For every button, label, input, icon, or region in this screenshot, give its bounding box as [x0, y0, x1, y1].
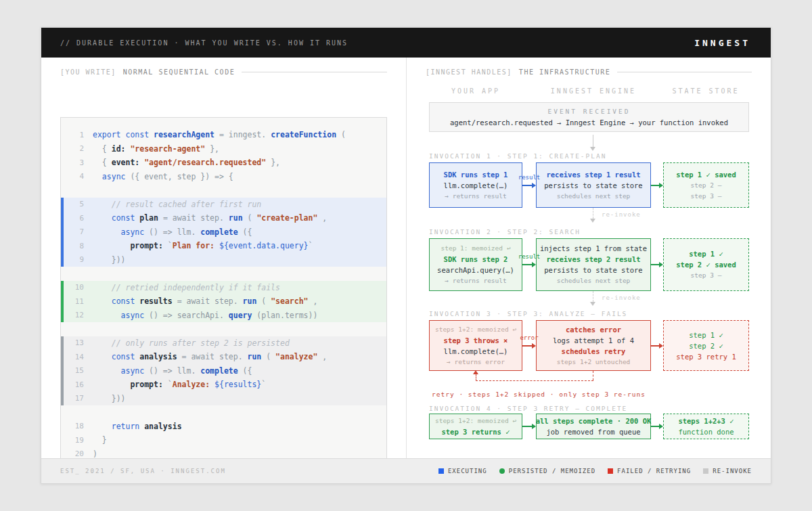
legend-label: PERSISTED / MEMOIZED	[509, 468, 595, 474]
code-line: 9 }))	[61, 253, 386, 267]
code-line: 15 async () => llm. complete ({	[61, 364, 386, 378]
legend-swatch-square	[608, 468, 613, 474]
footer: EST_ 2021 / SF, USA · INNGEST.COM EXECUT…	[41, 458, 771, 483]
box-text: schedules next step	[557, 192, 631, 201]
invocation-label: INVOCATION 2 · STEP 2: SEARCH	[429, 228, 581, 236]
box-text: step 1: memoized ↩	[441, 244, 511, 253]
arrow-head	[590, 302, 595, 306]
code-line: 12 async () => searchApi. query (plan.te…	[61, 309, 386, 323]
box-text: → returns result	[445, 276, 507, 286]
box-text: searchApi.query(…)	[437, 265, 514, 275]
code-panel: [YOU WRITE] NORMAL SEQUENTIAL CODE 1expo…	[41, 58, 406, 458]
arrow-line	[522, 345, 532, 347]
line-number: 14	[64, 353, 84, 361]
code-text: const plan = await step. run ( "create-p…	[93, 213, 327, 223]
arrow-line	[651, 185, 659, 186]
line-number: 1	[64, 131, 84, 139]
engine-box: catches errorlogs attempt 1 of 4schedule…	[536, 320, 651, 371]
code-panel-heading: [YOU WRITE] NORMAL SEQUENTIAL CODE	[60, 68, 387, 76]
box-text: injects step 1 from state	[540, 244, 647, 253]
code-text: // result cached after first run	[93, 200, 261, 209]
retry-arrow-head	[473, 370, 478, 374]
app-box: steps 1+2: memoized ↩step 3 throws ×llm.…	[429, 320, 522, 371]
event-received-box: EVENT RECEIVED agent/research.requested …	[429, 102, 749, 132]
line-number: 6	[64, 214, 84, 223]
state-box: steps 1+2+3 ✓function done	[663, 414, 749, 439]
box-text: step 3 retry 1	[676, 352, 736, 361]
arrow-line	[651, 345, 659, 347]
event-box-detail: agent/research.requested → Inngest Engin…	[450, 118, 728, 127]
code-text: }))	[93, 255, 125, 265]
box-text: llm.complete(…)	[444, 181, 508, 190]
state-box: step 1 ✓ savedstep 2 —step 3 —	[663, 162, 749, 208]
column-header-inngest-engine: INNGEST ENGINE	[551, 87, 636, 95]
box-text: all steps complete · 200 OK	[536, 416, 652, 426]
code-text: prompt: `Analyze: ${results}`	[93, 380, 266, 389]
engine-box: all steps complete · 200 OKjob removed f…	[536, 414, 651, 439]
box-text: steps 1+2 untouched	[557, 357, 631, 367]
code-panel-tag: [YOU WRITE]	[60, 68, 116, 76]
box-text: job removed from queue	[546, 427, 640, 437]
line-number: 13	[64, 338, 84, 347]
arrow-head	[532, 424, 536, 429]
retry-loop-icon	[593, 371, 593, 380]
engine-box: receives step 1 resultpersists to state …	[536, 162, 651, 208]
code-text: export const researchAgent = inngest. cr…	[93, 130, 346, 139]
legend-item: PERSISTED / MEMOIZED	[499, 468, 595, 474]
code-line: 1export const researchAgent = inngest. c…	[61, 128, 386, 142]
retry-caption: retry · steps 1+2 skipped · only step 3 …	[426, 391, 651, 398]
box-text: steps 1+2+3 ✓	[678, 416, 734, 426]
code-blank-line	[61, 183, 386, 198]
footer-meta: EST_ 2021 / SF, USA · INNGEST.COM	[60, 468, 226, 474]
event-box-title: EVENT RECEIVED	[547, 108, 630, 115]
arrow-line	[651, 426, 659, 427]
event-down-arrow-icon	[593, 135, 593, 147]
box-text: step 2 ✓	[689, 341, 723, 351]
code-text: }))	[93, 394, 125, 403]
topbar-title: // DURABLE EXECUTION · WHAT YOU WRITE VS…	[60, 39, 348, 47]
legend-label: EXECUTING	[448, 468, 487, 474]
box-text: logs attempt 1 of 4	[553, 336, 634, 345]
arrow-head	[590, 219, 595, 223]
code-line: 11 const results = await step. run ( "se…	[61, 294, 386, 309]
line-number: 5	[64, 200, 84, 208]
arrow-head	[659, 424, 663, 429]
box-text: steps 1+2: memoized ↩	[435, 416, 516, 426]
arrow-head	[659, 262, 663, 267]
line-number: 12	[64, 311, 84, 319]
code-text: const results = await step. run ( "searc…	[93, 296, 317, 306]
legend-swatch-circle	[499, 468, 505, 474]
arrow-line	[522, 426, 532, 427]
code-text: { id: "research-agent" },	[93, 144, 219, 154]
box-text: step 2 ✓ saved	[676, 260, 736, 269]
heading-rule	[242, 72, 387, 72]
code-text: // retried independently if it fails	[93, 283, 280, 292]
persist-arrow-icon	[651, 262, 663, 268]
code-line: 14 const analysis = await step. run ( "a…	[61, 350, 386, 364]
code-blank-line	[61, 322, 386, 336]
line-number: 18	[64, 422, 84, 430]
arrow-line	[522, 185, 532, 186]
state-box: step 1 ✓step 2 ✓ savedstep 3 —	[663, 238, 749, 291]
re-invoke-label: re-invoke	[602, 294, 641, 301]
box-text: receives step 1 result	[546, 170, 640, 179]
code-text: async ({ event, step }) => {	[93, 172, 233, 181]
code-text: const analysis = await step. run ( "anal…	[93, 352, 327, 361]
box-text: step 3 throws ×	[444, 336, 508, 345]
box-text: step 1 ✓ saved	[676, 170, 736, 179]
topbar: // DURABLE EXECUTION · WHAT YOU WRITE VS…	[41, 28, 771, 58]
arrow-head	[532, 262, 536, 267]
invocation-label: INVOCATION 4 · STEP 3 RETRY — COMPLETE	[429, 405, 627, 412]
result-arrow-icon	[522, 424, 536, 430]
legend-swatch-square	[703, 468, 708, 474]
infrastructure-panel: [INNGEST HANDLES] THE INFRASTRUCTURE YOU…	[407, 58, 771, 458]
legend-item: RE-INVOKE	[703, 468, 752, 474]
code-text: async () => llm. complete ({	[93, 366, 252, 376]
legend: EXECUTINGPERSISTED / MEMOIZEDFAILED / RE…	[438, 468, 752, 474]
retry-loop-icon	[476, 374, 476, 381]
body: [YOU WRITE] NORMAL SEQUENTIAL CODE 1expo…	[41, 58, 771, 458]
persist-arrow-icon	[651, 342, 663, 349]
code-editor: 1export const researchAgent = inngest. c…	[60, 117, 387, 472]
box-text: persists to state store	[544, 265, 642, 275]
line-number: 11	[64, 297, 84, 306]
